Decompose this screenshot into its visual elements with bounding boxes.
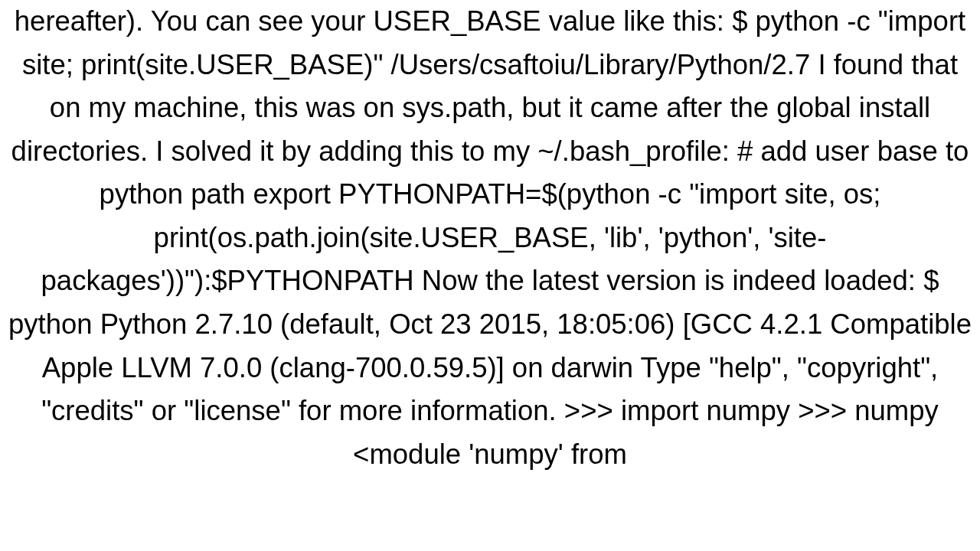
document-body: hereafter). You can see your USER_BASE v… bbox=[0, 0, 980, 476]
body-text: hereafter). You can see your USER_BASE v… bbox=[8, 5, 972, 470]
